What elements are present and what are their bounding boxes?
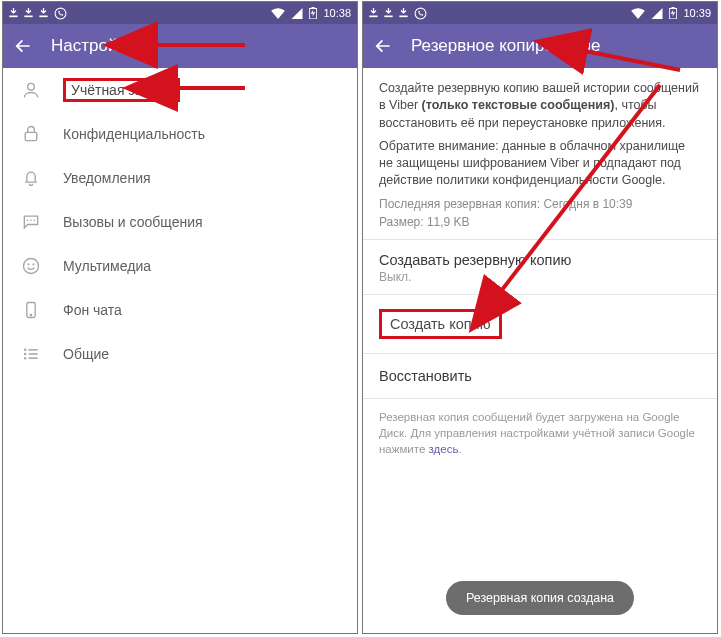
sidebar-item-calls[interactable]: Вызовы и сообщения [3,200,357,244]
backup-screen: 10:39 Резервное копирование Создайте рез… [362,1,718,634]
phone-icon [21,300,41,320]
auto-backup-title: Создавать резервную копию [363,240,717,270]
settings-screen: 10:38 Настройки Учётная запись Конфиденц… [2,1,358,634]
create-backup-row[interactable]: Создать копию [363,295,717,353]
wifi-icon [271,8,285,19]
svg-rect-20 [384,16,392,18]
auto-backup-row[interactable]: Создавать резервную копию Выкл. [363,240,717,294]
create-backup-label: Создать копию [379,309,502,339]
account-icon [21,80,41,100]
battery-icon [669,7,677,19]
sidebar-item-general[interactable]: Общие [3,332,357,376]
svg-point-8 [24,259,39,274]
svg-point-13 [25,349,26,350]
svg-rect-1 [24,16,32,18]
sidebar-item-background[interactable]: Фон чата [3,288,357,332]
svg-point-12 [30,314,31,315]
svg-point-10 [33,264,34,265]
status-bar: 10:38 [3,2,357,24]
app-bar: Резервное копирование [363,24,717,68]
download-icon [39,8,48,18]
sidebar-item-notifications[interactable]: Уведомления [3,156,357,200]
viber-icon [54,7,67,20]
here-link[interactable]: здесь [429,443,459,455]
sidebar-item-label: Вызовы и сообщения [63,214,203,230]
arrow-back-icon [373,36,393,56]
sidebar-item-account[interactable]: Учётная запись [3,68,357,112]
drive-note: Резервная копия сообщений будет загружен… [363,399,717,467]
sidebar-item-label: Общие [63,346,109,362]
download-icon [369,8,378,18]
bell-icon [21,168,41,188]
list-icon [21,344,41,364]
backup-size-label: Размер: 11,9 KB [379,214,701,231]
back-button[interactable] [373,36,393,56]
download-icon [384,8,393,18]
backup-description: Создайте резервную копию вашей истории с… [363,68,717,239]
chat-icon [21,212,41,232]
signal-icon [651,8,663,19]
svg-rect-0 [9,16,17,18]
sidebar-item-label: Конфиденциальность [63,126,205,142]
arrow-back-icon [13,36,33,56]
download-icon [9,8,18,18]
back-button[interactable] [13,36,33,56]
wifi-icon [631,8,645,19]
battery-icon [309,7,317,19]
svg-rect-2 [39,16,47,18]
lock-icon [21,124,41,144]
app-bar-title: Настройки [51,36,134,56]
auto-backup-value: Выкл. [363,270,717,294]
signal-icon [291,8,303,19]
svg-point-22 [415,8,426,19]
app-bar: Настройки [3,24,357,68]
svg-point-15 [25,354,26,355]
settings-list: Учётная запись Конфиденциальность Уведом… [3,68,357,376]
download-icon [24,8,33,18]
emoji-icon [21,256,41,276]
snackbar: Резервная копия создана [446,581,634,615]
restore-row[interactable]: Восстановить [363,354,717,398]
status-time: 10:39 [683,7,711,19]
sidebar-item-label: Уведомления [63,170,151,186]
svg-point-3 [55,8,66,19]
sidebar-item-label: Учётная запись [63,78,180,102]
svg-point-9 [28,264,29,265]
svg-rect-21 [399,16,407,18]
sidebar-item-label: Фон чата [63,302,122,318]
sidebar-item-label: Мультимедиа [63,258,151,274]
svg-rect-7 [25,132,37,140]
viber-icon [414,7,427,20]
sidebar-item-media[interactable]: Мультимедиа [3,244,357,288]
svg-point-17 [25,358,26,359]
app-bar-title: Резервное копирование [411,36,601,56]
download-icon [399,8,408,18]
svg-point-6 [28,83,35,90]
last-backup-label: Последняя резервная копия: Сегодня в 10:… [379,196,701,213]
status-time: 10:38 [323,7,351,19]
sidebar-item-privacy[interactable]: Конфиденциальность [3,112,357,156]
svg-rect-19 [369,16,377,18]
status-bar: 10:39 [363,2,717,24]
